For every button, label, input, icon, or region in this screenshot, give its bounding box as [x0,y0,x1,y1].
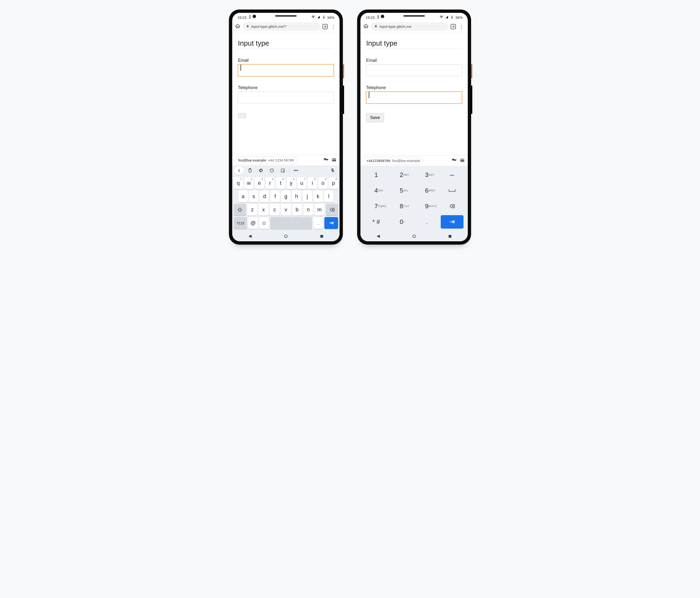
keypad-[interactable]: * # [365,215,388,228]
keypad-dash[interactable]: – [441,168,464,181]
emoji-key[interactable]: ☺ [259,217,269,229]
save-button[interactable] [238,113,246,118]
keyboard-back-button[interactable] [234,166,244,175]
key-g[interactable]: g [281,191,291,202]
telephone-field[interactable] [366,92,462,103]
url-text: input-type.glitch.me [379,24,411,29]
enter-key[interactable] [324,217,338,229]
keypad-7[interactable]: 7PQRS [365,199,388,213]
spacebar-key[interactable] [270,217,312,229]
key-o[interactable]: o9 [319,177,328,189]
android-nav-bar [360,231,468,241]
key-h[interactable]: h [292,191,301,202]
overflow-menu-icon[interactable]: ⋮ [330,24,337,29]
battery-icon [322,16,325,20]
keypad-[interactable]: . [415,215,438,228]
key-z[interactable]: z [247,204,257,216]
hourglass-icon [377,16,380,19]
key-p[interactable]: p0 [329,177,338,189]
status-bar: 19:23 34% [360,13,468,21]
shift-key[interactable] [234,204,246,216]
keypad-0[interactable]: 0+ [390,215,413,228]
tab-switcher[interactable]: :D [451,24,456,29]
key-b[interactable]: b [292,204,302,216]
power-button[interactable] [471,64,472,78]
nav-home-icon[interactable] [283,234,288,239]
status-time: 19:23 [238,16,247,20]
key-v[interactable]: v [281,204,291,216]
more-icon[interactable]: ••• [291,166,301,175]
password-key-icon[interactable] [452,158,457,164]
email-label: Email [366,58,462,63]
save-button[interactable]: Save [366,113,384,122]
email-field[interactable] [238,64,334,76]
period-key[interactable]: . [314,217,323,229]
status-bar: 19:23 34% [232,13,340,21]
key-s[interactable]: s [249,191,258,202]
sticker-icon[interactable] [278,166,288,175]
key-n[interactable]: n [303,204,313,216]
keypad-enter[interactable] [441,215,464,228]
key-x[interactable]: x [258,204,268,216]
key-m[interactable]: m [315,204,324,216]
backspace-key[interactable] [326,204,338,216]
key-f[interactable]: f [271,191,280,202]
home-icon[interactable] [363,24,369,30]
palette-icon[interactable] [267,166,277,175]
address-bar[interactable]: input-type.glitch.me [371,22,448,31]
autofill-suggestion[interactable]: foo@bar.example +44 1234 56789 [235,156,297,164]
keypad-8[interactable]: 8TUV [390,199,413,213]
nav-home-icon[interactable] [412,234,417,239]
nav-back-icon[interactable] [248,234,252,239]
hourglass-icon [248,16,251,19]
keypad-6[interactable]: 6MNO [415,184,438,197]
at-key[interactable]: @ [248,217,258,229]
volume-button[interactable] [343,85,344,114]
page-title: Input type [366,39,462,49]
keypad-3[interactable]: 3DEF [415,168,438,181]
payment-card-icon[interactable] [460,158,465,164]
autofill-bar: foo@bar.example +44 1234 56789 [232,155,340,165]
email-field[interactable] [366,64,462,76]
key-r[interactable]: r4 [266,177,275,189]
symbols-key[interactable]: ?123 [234,217,247,229]
key-q[interactable]: q1 [234,177,243,189]
key-k[interactable]: k [314,191,323,202]
telephone-field[interactable] [238,92,334,103]
page-content: Input type Email Telephone [232,33,340,155]
keypad-9[interactable]: 9WXYZ [415,199,438,213]
gear-icon[interactable] [256,166,266,175]
key-i[interactable]: i8 [308,177,317,189]
nav-back-icon[interactable] [376,234,381,239]
mic-off-icon[interactable] [328,166,338,175]
keypad-5[interactable]: 5JKL [390,184,413,197]
key-t[interactable]: t5 [276,177,285,189]
home-icon[interactable] [235,24,240,30]
keypad-2[interactable]: 2ABC [390,168,413,181]
key-u[interactable]: u7 [297,177,306,189]
key-a[interactable]: a [239,191,248,202]
nav-recent-icon[interactable] [448,234,452,239]
clipboard-icon[interactable] [245,166,255,175]
keypad-backspace[interactable] [441,199,464,213]
payment-card-icon[interactable] [331,157,337,164]
tab-switcher[interactable]: :D [322,24,328,29]
autofill-suggestion[interactable]: +44123456789 foo@bar.example [363,157,423,165]
overflow-menu-icon[interactable]: ⋮ [458,24,465,29]
power-button[interactable] [343,64,344,78]
key-y[interactable]: y6 [286,177,296,189]
cell-signal-icon [445,16,449,20]
volume-button[interactable] [471,85,472,114]
key-l[interactable]: l [324,191,333,202]
key-e[interactable]: e3 [255,177,264,189]
key-c[interactable]: c [270,204,279,216]
password-key-icon[interactable] [323,157,329,164]
keypad-4[interactable]: 4GHI [365,184,388,197]
nav-recent-icon[interactable] [319,234,324,239]
keypad-space[interactable] [441,184,464,197]
key-j[interactable]: j [303,191,312,202]
address-bar[interactable]: input-type.glitch.me/? [243,22,320,31]
key-d[interactable]: d [260,191,269,202]
key-w[interactable]: w2 [244,177,254,189]
keypad-1[interactable]: 1 [365,168,388,181]
